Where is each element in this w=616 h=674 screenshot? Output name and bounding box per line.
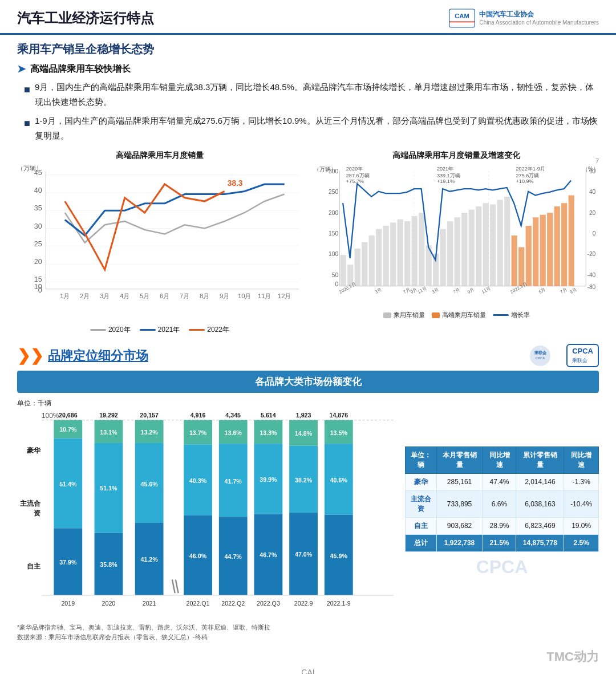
svg-rect-58: [376, 229, 382, 286]
svg-text:150: 150: [329, 230, 338, 237]
svg-text:0: 0: [38, 286, 42, 294]
footnote-1: *豪华品牌指奔驰、宝马、奥迪、凯迪拉克、雷豹、路虎、沃尔沃、英菲尼迪、讴歌、特斯…: [17, 623, 599, 633]
svg-text:100: 100: [329, 251, 338, 257]
svg-text:10.7%: 10.7%: [59, 426, 77, 433]
svg-text:2019: 2019: [62, 600, 75, 607]
svg-text:2022.Q3: 2022.Q3: [257, 600, 280, 607]
table-cell-mainstream-monthly: 733,895: [436, 490, 483, 517]
table-cell-self-monthly-yoy: 28.9%: [483, 517, 516, 534]
stacked-bar-chart-svg: 100%→ 10.7% 51.4% 37.9% 20,686 2019 13.1…: [42, 411, 394, 614]
svg-text:2022.1-9: 2022.1-9: [327, 600, 351, 607]
svg-rect-64: [419, 213, 424, 286]
svg-text:CAM: CAM: [455, 13, 469, 19]
svg-rect-60: [390, 222, 396, 286]
svg-text:6月: 6月: [160, 293, 169, 299]
svg-text:287.6万辆: 287.6万辆: [346, 173, 370, 178]
section1: 乘用车产销呈企稳增长态势 ➤ 高端品牌乘用车较快增长 ■ 9月，国内生产的高端品…: [0, 35, 616, 335]
table-header-category: 单位：辆: [406, 446, 437, 473]
svg-rect-76: [504, 197, 510, 286]
svg-rect-85: [569, 196, 574, 286]
svg-rect-69: [455, 217, 460, 286]
table-cell-luxury-monthly: 285,161: [436, 473, 483, 490]
svg-text:50: 50: [332, 272, 339, 278]
svg-text:45.6%: 45.6%: [141, 481, 159, 488]
svg-text:3月: 3月: [100, 293, 110, 299]
legend-passenger: 乘用车销量: [383, 311, 425, 319]
legend-2022: 2022年: [189, 325, 229, 335]
svg-rect-53: [341, 255, 346, 286]
svg-text:4,345: 4,345: [226, 412, 241, 419]
chart-right-unit-left: （万辆）: [314, 165, 337, 173]
bar-chart-left: 豪华 主流合资 自主 100%→ 10.7% 51.4%: [17, 411, 394, 614]
svg-text:8月: 8月: [200, 293, 209, 299]
chart-left-legend: 2020年 2021年 2022年: [17, 325, 302, 335]
chart-left-unit: （万辆）: [17, 164, 42, 173]
line-chart-left-wrap: （万辆） 45 40 35 30 25 20 15 10: [17, 164, 302, 323]
svg-text:2020: 2020: [102, 600, 116, 607]
svg-text:11月: 11月: [258, 293, 271, 299]
table-cell-total-monthly: 1,922,738: [436, 534, 483, 551]
svg-text:35.8%: 35.8%: [100, 561, 117, 568]
svg-text:11月: 11月: [481, 286, 492, 295]
chart-right-unit-right: （%）: [582, 165, 599, 173]
svg-text:13.6%: 13.6%: [225, 429, 242, 436]
svg-text:13.3%: 13.3%: [260, 429, 277, 436]
svg-point-111: [530, 346, 550, 366]
table-cell-self-label: 自主: [406, 517, 437, 534]
svg-text:47.0%: 47.0%: [295, 551, 313, 558]
svg-text:9月: 9月: [467, 287, 475, 295]
label-mainstream: 主流合资: [17, 480, 40, 537]
svg-text:51.4%: 51.4%: [59, 481, 77, 488]
svg-text:5,614: 5,614: [261, 412, 276, 419]
svg-text:1,923: 1,923: [296, 412, 311, 419]
svg-line-140: [172, 580, 175, 594]
svg-text:20,686: 20,686: [59, 412, 78, 419]
svg-rect-78: [518, 247, 524, 286]
svg-rect-56: [362, 242, 367, 286]
chart-right-title: 高端品牌乘用车月度销量及增速变化: [314, 151, 599, 161]
section2-header-row: ❯❯ 品牌定位细分市场 乘联会 CPCA CPCA乘联会: [0, 338, 616, 371]
svg-text:13.5%: 13.5%: [330, 429, 348, 436]
svg-text:-20: -20: [587, 251, 596, 257]
bar-chart-right: 单位：辆 本月零售销量 同比增速 累计零售销量 同比增速 豪华 285,161 …: [405, 411, 599, 614]
svg-text:13.7%: 13.7%: [189, 429, 207, 436]
svg-text:0: 0: [335, 281, 338, 287]
svg-text:5月: 5月: [140, 293, 149, 299]
svg-text:20: 20: [589, 210, 596, 216]
table-cell-total-label: 总计: [406, 534, 437, 551]
svg-text:12月: 12月: [278, 293, 291, 299]
cpca-logo: 乘联会 CPCA CPCA乘联会: [529, 344, 599, 367]
svg-text:2021年: 2021年: [437, 166, 453, 172]
svg-text:20: 20: [34, 258, 42, 266]
bullet-header-text: 高端品牌乘用车较快增长: [30, 63, 131, 75]
table-header-monthly-yoy: 同比增速: [483, 446, 516, 473]
table-cell-luxury-cum-yoy: -1.3%: [564, 473, 599, 490]
svg-rect-63: [412, 216, 418, 286]
svg-text:41.7%: 41.7%: [225, 478, 242, 485]
svg-text:9月: 9月: [220, 293, 229, 299]
svg-text:40.3%: 40.3%: [189, 477, 207, 484]
bullet-item-2: ■ 1-9月，国内生产的高端品牌乘用车销量完成275.6万辆，同比增长10.9%…: [17, 113, 599, 143]
svg-text:275.6万辆: 275.6万辆: [516, 173, 540, 178]
svg-rect-70: [461, 213, 467, 286]
svg-text:35: 35: [34, 204, 42, 212]
table-row-luxury: 豪华 285,161 47.4% 2,014,146 -1.3%: [406, 473, 599, 490]
bar-chart-title: 各品牌大类市场份额变化: [17, 371, 599, 393]
svg-text:46.7%: 46.7%: [260, 551, 277, 558]
svg-text:7月: 7月: [452, 287, 461, 295]
chart-right: 高端品牌乘用车月度销量及增速变化 （万辆） （%） 7 300 250 200 …: [314, 151, 599, 335]
svg-text:13.1%: 13.1%: [100, 429, 117, 436]
double-chevron-icon: ❯❯: [17, 346, 43, 365]
svg-rect-81: [540, 215, 546, 286]
svg-rect-61: [398, 220, 403, 286]
svg-text:25: 25: [34, 240, 42, 248]
svg-rect-55: [355, 249, 360, 286]
page-header: 汽车工业经济运行特点 CAM 中国汽车工业协会 China Associatio…: [0, 0, 616, 35]
legend-growth-rate: 增长率: [493, 311, 530, 319]
section1-title: 乘用车产销呈企稳增长态势: [17, 42, 599, 57]
caam-logo-icon: CAM: [448, 8, 476, 29]
svg-rect-57: [369, 236, 375, 286]
svg-text:3月: 3月: [431, 287, 440, 295]
svg-text:13.2%: 13.2%: [141, 429, 159, 436]
table-header-monthly-sales: 本月零售销量: [436, 446, 483, 473]
